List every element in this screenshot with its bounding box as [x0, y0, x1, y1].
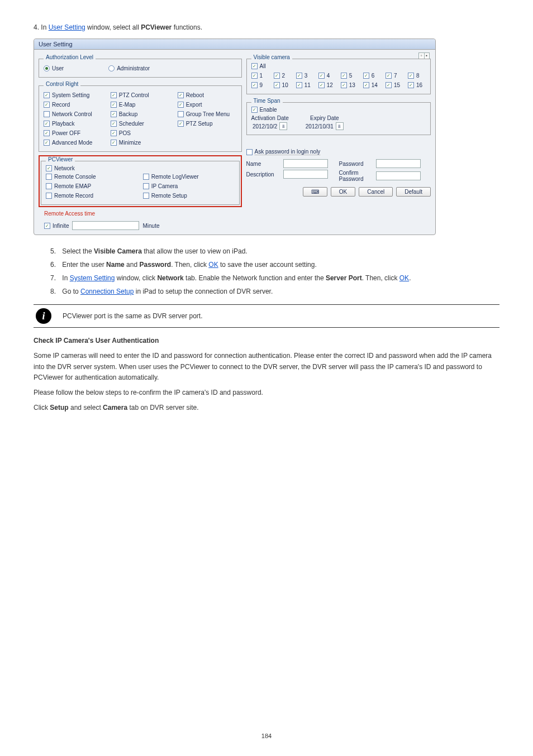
exp-date: 2012/10/31 — [306, 123, 334, 130]
pwd-input[interactable] — [376, 159, 421, 168]
control-right-item — [178, 140, 237, 146]
camera-checkbox[interactable]: 16 — [408, 82, 426, 88]
exp-label: Expiry Date — [310, 115, 339, 121]
keyboard-icon-button[interactable]: ⌨ — [303, 187, 327, 197]
control-right-item[interactable]: PTZ Setup — [178, 121, 237, 127]
camera-checkbox[interactable]: 12 — [318, 82, 336, 88]
ok-link-2[interactable]: OK — [399, 274, 409, 282]
pcviewer-item[interactable]: Remote EMAP — [46, 183, 137, 189]
txt2: window, select all — [87, 23, 141, 31]
all-checkbox[interactable]: All — [251, 63, 426, 69]
note-box: i PCViewer port is the same as DVR serve… — [34, 304, 499, 328]
admin-radio[interactable]: Administrator — [108, 65, 150, 71]
control-right-item[interactable]: Export — [178, 102, 237, 108]
default-button[interactable]: Default — [396, 187, 431, 197]
control-right-item[interactable]: PTZ Control — [111, 92, 170, 98]
control-right-item[interactable]: Power OFF — [44, 130, 103, 136]
minute-input[interactable] — [72, 221, 139, 230]
infinite-checkbox[interactable]: Infinite — [44, 223, 69, 229]
pcviewer-item[interactable]: Remote Console — [46, 174, 137, 180]
pcviewer-item[interactable]: Remote Setup — [143, 193, 235, 199]
control-right-item[interactable]: Group Tree Menu — [178, 111, 237, 117]
auth-level-group: Authorization Level User Administrator — [39, 59, 242, 78]
user-setting-link[interactable]: User Setting — [49, 23, 85, 31]
rat-label: Remote Access time — [44, 210, 242, 217]
name-label: Name — [246, 161, 280, 167]
note-text: PCViewer port is the same as DVR server … — [63, 312, 203, 320]
num: 4. — [34, 23, 39, 31]
act-date-btn[interactable]: ⥥ — [279, 122, 287, 130]
camera-checkbox[interactable]: 3 — [296, 73, 314, 79]
camera-checkbox[interactable]: 4 — [318, 73, 336, 79]
control-right-item[interactable]: System Setting — [44, 92, 103, 98]
control-right-item[interactable]: Network Control — [44, 111, 103, 117]
cancel-button[interactable]: Cancel — [359, 187, 393, 197]
system-setting-link[interactable]: System Setting — [70, 274, 115, 282]
camera-checkbox[interactable]: 10 — [274, 82, 292, 88]
section-p3: Click Setup and select Camera tab on DVR… — [34, 403, 499, 413]
control-right-item[interactable]: Record — [44, 102, 103, 108]
visible-camera-group: Visible camera All 123456789101112131415… — [246, 59, 431, 94]
pcviewer-item[interactable]: IP Camera — [143, 183, 235, 189]
control-right-item[interactable]: E-Map — [111, 102, 170, 108]
camera-checkbox[interactable]: 1 — [251, 73, 269, 79]
vc-legend: Visible camera — [251, 54, 292, 60]
control-right-item[interactable]: Backup — [111, 111, 170, 117]
camera-checkbox[interactable]: 6 — [363, 73, 381, 79]
camera-checkbox[interactable]: 2 — [274, 73, 292, 79]
control-right-item[interactable]: Minimize — [111, 140, 170, 146]
ok-button[interactable]: OK — [331, 187, 355, 197]
pcv-bold: PCViewer — [141, 23, 172, 31]
camera-checkbox[interactable]: 7 — [386, 73, 403, 79]
section-title: Check IP Camera's User Authentication — [34, 337, 159, 344]
ask-pwd-checkbox[interactable]: Ask password in login noly — [246, 149, 431, 155]
control-right-item[interactable]: Scheduler — [111, 121, 170, 127]
control-right-item[interactable]: Playback — [44, 121, 103, 127]
pcviewer-item[interactable]: Remote LogViewer — [143, 174, 235, 180]
pcviewer-highlight: PCViewer Network Remote ConsoleRemote Lo… — [39, 155, 242, 207]
camera-checkbox[interactable]: 9 — [251, 82, 269, 88]
camera-checkbox[interactable]: 11 — [296, 82, 314, 88]
pcviewer-group: PCViewer Network Remote ConsoleRemote Lo… — [41, 161, 240, 205]
ok-link[interactable]: OK — [208, 261, 218, 269]
item-6: 6. Enter the user Name and Password. The… — [50, 260, 499, 270]
item-8: 8. Go to Connection Setup in iPad to set… — [50, 286, 499, 296]
timespan-group: Time Span Enable Activation Date 2012/10… — [246, 102, 431, 135]
section-p1: Some IP cameras will need to enter the I… — [34, 351, 499, 383]
txt3: functions. — [174, 23, 202, 31]
item-7: 7. In System Setting window, click Netwo… — [50, 273, 499, 283]
ts-legend: Time Span — [251, 98, 283, 104]
act-date: 2012/10/2 — [253, 123, 278, 130]
control-right-item[interactable]: Advanced Mode — [44, 140, 103, 146]
section: Check IP Camera's User Authentication So… — [34, 336, 499, 413]
prelude-line: 4. In User Setting window, select all PC… — [34, 22, 499, 33]
pcv-legend: PCViewer — [46, 156, 75, 162]
section-p2: Please follow the below steps to re-conf… — [34, 387, 499, 398]
camera-checkbox[interactable]: 13 — [341, 82, 359, 88]
user-radio[interactable]: User — [44, 65, 64, 71]
camera-checkbox[interactable]: 5 — [341, 73, 359, 79]
confirm-input[interactable] — [376, 171, 421, 180]
act-label: Activation Date — [251, 115, 289, 121]
desc-label: Description — [246, 171, 280, 178]
pwd-label: Password — [339, 161, 373, 167]
network-checkbox[interactable]: Network — [46, 165, 235, 171]
info-icon: i — [36, 308, 51, 324]
camera-checkbox[interactable]: 14 — [363, 82, 381, 88]
minute-label: Minute — [142, 223, 159, 229]
control-right-group: Control Right System SettingPTZ ControlR… — [39, 85, 242, 152]
enable-checkbox[interactable]: Enable — [251, 107, 426, 113]
exp-date-btn[interactable]: ⥥ — [336, 122, 344, 130]
item-5: 5. Select the Visible Camera that allow … — [50, 246, 499, 256]
desc-input[interactable] — [283, 170, 328, 179]
confirm-label: Confirm Password — [339, 170, 373, 182]
control-right-item[interactable]: POS — [111, 130, 170, 136]
camera-checkbox[interactable]: 8 — [408, 73, 426, 79]
connection-setup-link[interactable]: Connection Setup — [80, 288, 134, 295]
user-setting-dialog: User Setting ▫▪ Authorization Level User… — [34, 39, 436, 235]
control-right-item — [178, 130, 237, 136]
name-input[interactable] — [283, 159, 328, 168]
pcviewer-item[interactable]: Remote Record — [46, 193, 137, 199]
camera-checkbox[interactable]: 15 — [386, 82, 403, 88]
control-right-item[interactable]: Reboot — [178, 92, 237, 98]
